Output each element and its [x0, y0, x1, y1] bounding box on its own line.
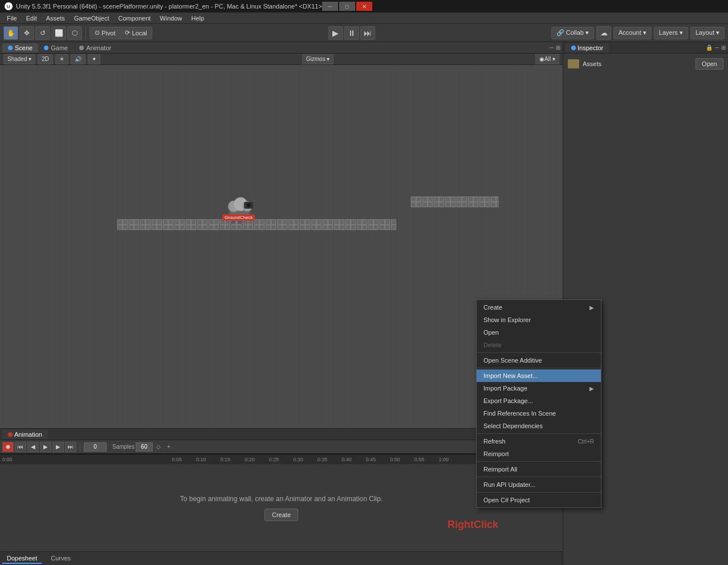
ctx-select-dependencies[interactable]: Select Dependencies — [477, 420, 601, 432]
anim-frame-input[interactable] — [84, 442, 107, 452]
inspector-tab[interactable]: Inspector — [566, 43, 609, 52]
gizmos-dropdown[interactable]: Gizmos ▾ — [302, 54, 334, 64]
ctx-export-package[interactable]: Export Package... — [477, 395, 601, 407]
window-controls[interactable]: ─ □ ✕ — [322, 2, 372, 11]
shaded-dropdown[interactable]: Shaded ▾ — [3, 54, 35, 64]
collab-icon: 🔗 — [556, 29, 564, 36]
ctx-open[interactable]: Open — [477, 326, 601, 339]
unity-logo: U — [5, 2, 13, 10]
ctx-reimport-all[interactable]: Reimport All — [477, 463, 601, 475]
ruler-label-045: 0:45 — [366, 457, 376, 462]
hand-tool[interactable]: ✋ — [3, 26, 18, 40]
local-button[interactable]: ⟳ Local — [120, 27, 152, 39]
layout-button[interactable]: Layout ▾ — [690, 27, 725, 39]
play-button[interactable]: ▶ — [328, 26, 343, 40]
ruler-label-025: 0:25 — [269, 457, 279, 462]
cloud-button[interactable]: ☁ — [596, 26, 611, 40]
menu-help[interactable]: Help — [186, 14, 209, 23]
pivot-button[interactable]: ⊙ Pivot — [90, 27, 120, 39]
audio-toggle[interactable]: 🔊 — [71, 54, 86, 64]
step-button[interactable]: ⏭ — [360, 26, 375, 40]
layers-button[interactable]: Layers ▾ — [654, 27, 688, 39]
menu-edit[interactable]: Edit — [22, 14, 42, 23]
title-text: Unity 5.5.3f1 Personal (64bit) - scenePl… — [16, 3, 322, 10]
anim-next-frame[interactable]: ▶ — [52, 442, 64, 452]
scene-minimize[interactable]: ─ — [550, 44, 554, 51]
ruler-label-055: 0:55 — [414, 457, 425, 462]
ruler-label-040: 0:40 — [341, 457, 352, 462]
animator-dot — [79, 46, 84, 50]
create-animator-button[interactable]: Create — [265, 509, 298, 521]
dopesheet-tabs: Dopesheet Curves — [0, 551, 563, 565]
move-tool[interactable]: ✥ — [19, 26, 34, 40]
svg-rect-7 — [410, 196, 499, 208]
svg-point-14 — [247, 204, 250, 206]
pivot-icon: ⊙ — [95, 29, 100, 36]
rect-tool[interactable]: ⬡ — [67, 26, 82, 40]
ctx-open-scene-additive[interactable]: Open Scene Additive — [477, 354, 601, 367]
ctx-import-package-arrow: ▶ — [589, 385, 594, 392]
ctx-reimport[interactable]: Reimport — [477, 448, 601, 460]
account-button[interactable]: Account ▾ — [613, 27, 652, 39]
menu-assets[interactable]: Assets — [42, 14, 70, 23]
scale-tool[interactable]: ⬜ — [51, 26, 66, 40]
menu-component[interactable]: Component — [113, 14, 155, 23]
keyframe-add[interactable]: ◇ — [154, 442, 163, 452]
ctx-show-explorer[interactable]: Show in Explorer — [477, 314, 601, 326]
tab-scene[interactable]: Scene — [2, 43, 38, 52]
curves-tab[interactable]: Curves — [46, 554, 75, 564]
dopesheet-tab[interactable]: Dopesheet — [2, 554, 42, 564]
anim-prev-frame[interactable]: ◀ — [27, 442, 39, 452]
ctx-find-references[interactable]: Find References In Scene — [477, 407, 601, 420]
inspector-maximize[interactable]: ⊞ — [721, 44, 726, 51]
ruler-label-0: 0:00 — [2, 457, 13, 462]
anim-dot — [8, 432, 13, 437]
collab-button[interactable]: 🔗 Collab ▾ — [551, 27, 594, 39]
anim-play[interactable]: ▶ — [40, 442, 51, 452]
anim-prev-key[interactable]: ⏮ — [15, 442, 26, 452]
elevated-platform — [410, 196, 499, 209]
light-toggle[interactable]: ☀ — [55, 54, 68, 64]
player-area: GroundCheck — [217, 190, 262, 226]
ctx-run-api-updater[interactable]: Run API Updater... — [477, 478, 601, 491]
ctx-refresh[interactable]: Refresh Ctrl+R — [477, 435, 601, 448]
ruler-label-030: 0:30 — [293, 457, 303, 462]
scene-tab-controls: ─ ⊞ — [550, 44, 560, 51]
anim-next-key[interactable]: ⏭ — [65, 442, 76, 452]
ctx-import-new-asset[interactable]: Import New Asset... — [477, 369, 601, 382]
inspector-lock[interactable]: 🔒 — [706, 44, 713, 51]
ctx-sep5 — [477, 477, 601, 477]
maximize-button[interactable]: □ — [339, 2, 355, 11]
inspector-minimize[interactable]: ─ — [715, 44, 719, 51]
scene-maximize[interactable]: ⊞ — [556, 44, 560, 51]
scene-tabs: Scene Game Animator ─ ⊞ — [0, 42, 563, 54]
effects-toggle[interactable]: ✦ — [88, 54, 100, 64]
samples-input[interactable] — [136, 442, 153, 452]
open-button[interactable]: Open — [696, 58, 723, 70]
ctx-create[interactable]: Create ▶ — [477, 301, 601, 314]
ctx-delete[interactable]: Delete — [477, 339, 601, 351]
ctx-import-package[interactable]: Import Package ▶ — [477, 382, 601, 395]
close-button[interactable]: ✕ — [356, 2, 372, 11]
menu-file[interactable]: File — [2, 14, 22, 23]
right-toolbar: 🔗 Collab ▾ ☁ Account ▾ Layers ▾ Layout ▾ — [551, 26, 725, 40]
ruler-label-010: 0:10 — [196, 457, 206, 462]
menu-gameobject[interactable]: GameObject — [70, 14, 114, 23]
2d-toggle[interactable]: 2D — [38, 54, 53, 64]
animation-tab[interactable]: Animation — [2, 430, 48, 439]
rotate-tool[interactable]: ↺ — [35, 26, 50, 40]
anim-divider — [80, 442, 80, 452]
pivot-local-group: ⊙ Pivot ⟳ Local — [90, 27, 152, 39]
assets-header: Assets Open — [568, 58, 723, 70]
assets-folder-icon — [568, 59, 579, 68]
scene-dot — [8, 46, 13, 50]
record-button[interactable]: ⏺ — [2, 442, 14, 452]
pause-button[interactable]: ⏸ — [344, 26, 359, 40]
tab-game[interactable]: Game — [38, 43, 74, 52]
menu-window[interactable]: Window — [155, 14, 186, 23]
tab-animator[interactable]: Animator — [74, 43, 117, 52]
minimize-button[interactable]: ─ — [322, 2, 338, 11]
all-dropdown[interactable]: ◉All ▾ — [535, 54, 559, 64]
ctx-open-csharp[interactable]: Open C# Project — [477, 494, 601, 506]
keyframe-add-all[interactable]: + — [164, 442, 173, 452]
